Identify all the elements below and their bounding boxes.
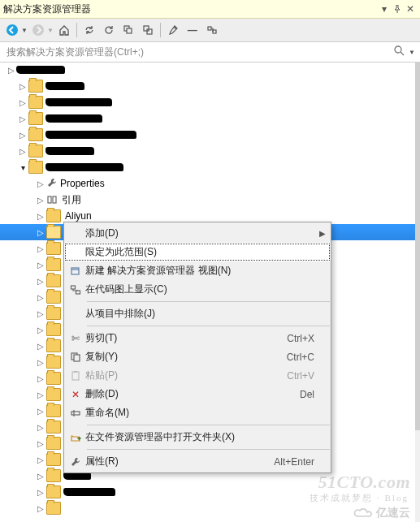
expander-icon[interactable]: ▷ (18, 130, 28, 140)
folder-icon (46, 274, 61, 287)
search-options-dropdown[interactable]: ▼ (409, 49, 415, 56)
menu-label: 删除(D) (85, 387, 292, 401)
expander-icon[interactable]: ▷ (36, 390, 45, 399)
menu-scope-to-this[interactable]: 限定为此范围(S) (64, 243, 331, 261)
folder-icon (46, 209, 61, 222)
menu-new-solution-explorer-view[interactable]: 新建 解决方案资源管理器 视图(N) (64, 261, 331, 280)
svg-rect-17 (74, 371, 77, 373)
expander-icon[interactable]: ▷ (36, 195, 45, 205)
view-code-button[interactable] (203, 21, 221, 39)
menu-label: 从项目中排除(J) (85, 307, 314, 321)
expander-icon[interactable]: ▷ (36, 422, 45, 432)
expander-icon[interactable]: ▷ (18, 97, 28, 107)
menu-shortcut: Ctrl+X (287, 333, 314, 344)
sync-button[interactable] (80, 21, 98, 39)
home-button[interactable] (55, 21, 73, 39)
menu-open-folder-in-explorer[interactable]: 在文件资源管理器中打开文件夹(X) (64, 428, 331, 447)
svg-rect-11 (71, 268, 79, 274)
dropdown-button[interactable]: ▾ (378, 2, 391, 15)
menu-show-on-code-map[interactable]: 在代码图上显示(C) (64, 280, 331, 299)
folder-icon (46, 485, 61, 498)
expander-icon[interactable]: ▷ (36, 373, 45, 383)
svg-rect-6 (208, 27, 211, 30)
expander-icon[interactable]: ▷ (36, 211, 45, 221)
expander-icon[interactable]: ▷ (36, 455, 45, 464)
expander-icon[interactable]: ▷ (36, 341, 45, 351)
forward-button[interactable] (29, 21, 47, 39)
scrollbar-thumb[interactable] (415, 62, 420, 430)
blank-icon (66, 243, 85, 261)
references-icon (46, 194, 58, 205)
menu-rename[interactable]: 重命名(M) (64, 403, 331, 422)
menu-add[interactable]: 添加(D) ▶ (64, 224, 331, 243)
expander-icon[interactable]: ▷ (18, 114, 28, 123)
svg-rect-3 (127, 28, 132, 33)
scissors-icon: ✄ (66, 329, 85, 347)
panel-title: 解决方案资源管理器 (3, 2, 378, 16)
folder-icon (28, 128, 43, 141)
expander-icon[interactable]: ▷ (18, 146, 28, 156)
toolbar: ▼ ▼ — (0, 19, 420, 42)
menu-copy[interactable]: 复制(Y) Ctrl+C (64, 347, 331, 366)
menu-label: 复制(Y) (85, 350, 279, 364)
expander-icon[interactable]: ▷ (18, 81, 28, 91)
folder-icon (28, 161, 43, 174)
menu-label: 在文件资源管理器中打开文件夹(X) (85, 430, 314, 444)
expander-icon[interactable]: ▷ (36, 325, 45, 334)
close-button[interactable]: ✕ (404, 2, 417, 15)
search-bar[interactable]: ▼ (0, 42, 420, 63)
preview-button[interactable]: — (184, 21, 201, 39)
expander-icon[interactable]: ▷ (36, 292, 45, 302)
expander-icon[interactable]: ▷ (6, 65, 16, 75)
forward-history-dropdown[interactable]: ▼ (47, 27, 54, 34)
expander-icon[interactable]: ▷ (36, 487, 45, 497)
properties-icon (66, 452, 85, 471)
back-history-dropdown[interactable]: ▼ (21, 27, 28, 34)
search-input[interactable] (5, 45, 394, 58)
svg-rect-13 (76, 291, 80, 294)
blank-icon (66, 304, 85, 323)
menu-exclude-from-project[interactable]: 从项目中排除(J) (64, 304, 331, 323)
expander-icon[interactable]: ▷ (36, 406, 45, 416)
expander-icon[interactable]: ▷ (36, 244, 45, 253)
expander-icon[interactable]: ▷ (36, 179, 45, 188)
svg-rect-9 (48, 196, 51, 203)
collapse-all-button[interactable] (119, 21, 137, 39)
menu-label: 添加(D) (85, 226, 314, 240)
expander-icon[interactable]: ▷ (36, 357, 45, 367)
expander-icon[interactable]: ▾ (18, 162, 28, 172)
pin-button[interactable] (391, 2, 404, 15)
refresh-button[interactable] (100, 21, 118, 39)
search-icon (394, 45, 405, 58)
back-button[interactable] (3, 21, 21, 39)
expander-icon[interactable]: ▷ (36, 227, 45, 237)
svg-rect-15 (74, 355, 80, 361)
expander-icon[interactable]: ▷ (36, 471, 45, 481)
folder-icon (46, 226, 61, 239)
properties-button[interactable] (164, 21, 182, 39)
menu-separator (87, 301, 330, 302)
paste-icon (66, 366, 85, 385)
menu-separator (87, 326, 330, 326)
folder-icon (28, 96, 43, 109)
show-all-files-button[interactable] (139, 21, 157, 39)
menu-properties[interactable]: 属性(R) Alt+Enter (64, 452, 331, 471)
expander-icon[interactable]: ▷ (36, 503, 45, 513)
folder-icon (46, 242, 61, 255)
expander-icon[interactable]: ▷ (36, 260, 45, 270)
tree-item-label: Properties (60, 178, 105, 189)
folder-icon (46, 291, 61, 304)
menu-delete[interactable]: ✕ 删除(D) Del (64, 385, 331, 403)
tree-item-references[interactable]: ▷ 引用 (0, 192, 415, 208)
menu-separator (87, 425, 330, 425)
scrollbar-track[interactable] (415, 62, 420, 522)
svg-rect-5 (147, 29, 152, 34)
menu-cut[interactable]: ✄ 剪切(T) Ctrl+X (64, 329, 331, 347)
menu-shortcut: Ctrl+V (287, 370, 314, 382)
expander-icon[interactable]: ▷ (36, 308, 45, 318)
tree-item-properties[interactable]: ▷ Properties (0, 175, 415, 192)
expander-icon[interactable]: ▷ (36, 276, 45, 286)
folder-icon (46, 502, 61, 515)
open-folder-icon (66, 428, 85, 447)
expander-icon[interactable]: ▷ (36, 438, 45, 448)
